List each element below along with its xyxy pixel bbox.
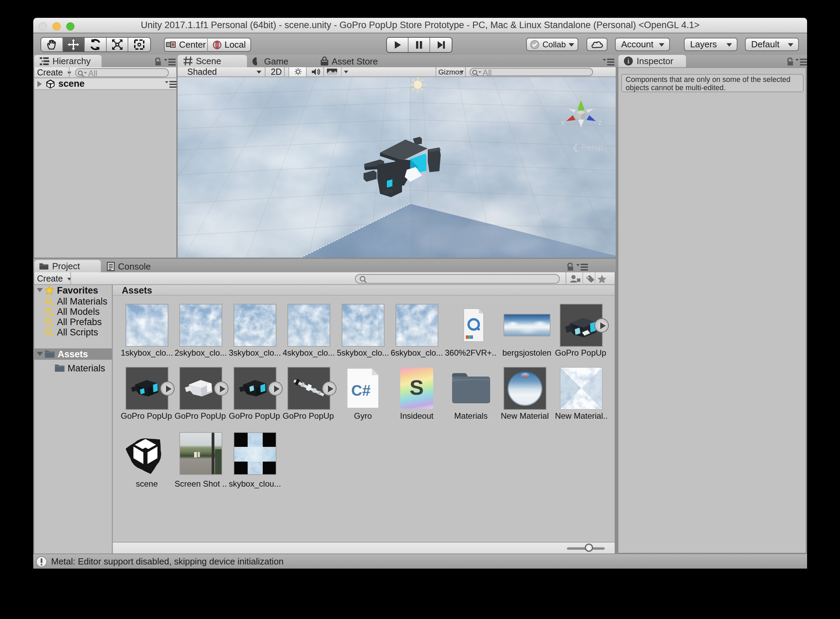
svg-text:C#: C# [351,382,371,399]
svg-text:y: y [579,92,583,100]
svg-text:❮ Persp: ❮ Persp [572,142,602,152]
svg-text:i: i [627,57,629,65]
svg-text:x: x [561,118,565,126]
svg-text:z: z [598,118,602,126]
